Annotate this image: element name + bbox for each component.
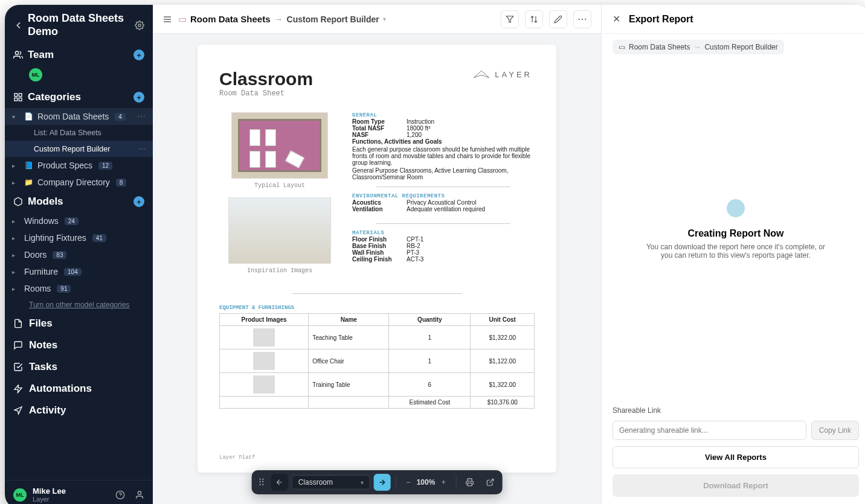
product-name: Office Chair [309,349,389,373]
product-qty: 1 [389,349,471,373]
menu-icon[interactable] [162,14,172,24]
inspiration-caption: Inspiration Images [219,267,340,274]
view-all-reports-button[interactable]: View All Reports [613,446,859,468]
add-team-button[interactable]: + [133,49,144,60]
breadcrumb-1[interactable]: Room Data Sheets [190,14,271,24]
user-avatar[interactable]: ML [13,488,27,502]
estimated-cost-row: Estimated Cost $10,376.00 [220,397,535,409]
chevron-right-icon: ▸ [12,179,21,186]
copy-link-button[interactable]: Copy Link [811,421,859,440]
svg-rect-4 [19,98,22,101]
doc-subtitle: Room Data Sheet [219,89,535,98]
status-title: Creating Report Now [687,228,783,239]
back-icon[interactable] [13,20,24,31]
layout-caption: Typical Layout [219,182,340,189]
more-icon[interactable]: ⋯ [138,144,146,153]
sidebar-item-rooms[interactable]: ▸ Rooms 91 [5,280,153,297]
avatar[interactable]: ML [29,68,42,81]
count-badge: 4 [115,113,126,121]
print-button[interactable] [461,474,478,491]
kv-key: Total NASF [352,125,407,132]
loading-spinner-icon [727,199,745,217]
section-header-materials: MATERIALS [352,230,535,236]
layout-image [231,112,328,179]
nav-tasks[interactable]: Tasks [5,356,153,378]
sidebar-item-lighting[interactable]: ▸ Lighting Fixtures 41 [5,229,153,246]
models-icon [13,197,23,206]
close-icon[interactable]: ✕ [613,13,620,25]
notes-icon [13,340,23,350]
zoom-in-button[interactable]: + [436,475,451,490]
more-icon[interactable]: ⋯ [137,112,146,121]
sidebar-item-company-directory[interactable]: ▸ 📁 Company Directory 8 [5,174,153,191]
nav-label: Automations [29,383,92,395]
zoom-out-button[interactable]: − [401,475,416,490]
document-viewport[interactable]: Classroom Room Data Sheet LAYER [153,34,601,504]
sidebar-item-doors[interactable]: ▸ Doors 83 [5,246,153,263]
chevron-down-icon[interactable]: ▾ [383,16,386,22]
kv-value: PT-3 [407,249,535,256]
more-button[interactable]: ⋯ [573,10,591,28]
shareable-link-input[interactable] [613,421,806,440]
table-row: Teaching Table 1 $1,322.00 [220,326,535,349]
nav-activity[interactable]: Activity [5,400,153,421]
product-thumbnail [253,328,275,346]
sidebar-item-label: Lighting Fixtures [24,233,86,243]
count-badge: 24 [65,217,79,225]
kv-value: ACT-3 [407,256,535,263]
sidebar-item-custom-report-builder[interactable]: Custom Report Builder ⋯ [5,141,153,157]
prev-button[interactable] [271,474,288,491]
product-name: Training Table [309,373,389,397]
nav-label: Tasks [29,361,57,373]
user-icon[interactable] [135,490,144,500]
document-icon: 📄 [24,112,34,121]
count-badge: 91 [57,285,71,293]
document-icon: ▭ [178,14,187,25]
download-report-button[interactable]: Download Report [613,474,859,497]
sidebar-item-list-all[interactable]: List: All Data Sheets [5,125,153,141]
turn-on-categories-link[interactable]: Turn on other model categories [5,297,153,313]
next-button[interactable] [374,474,391,491]
table-row: Training Table 6 $1,322.00 [220,373,535,397]
arrow-icon: → [693,43,701,51]
product-name: Teaching Table [309,326,389,349]
section-models[interactable]: Models + [5,191,153,212]
svg-rect-15 [468,483,472,486]
team-icon [13,50,23,60]
arrow-icon: → [274,14,283,24]
room-select[interactable]: Classroom ▾ [292,475,370,490]
section-team[interactable]: Team + [5,44,153,66]
book-icon: 📘 [24,161,34,170]
categories-label: Categories [28,91,81,103]
section-categories[interactable]: Categories + [5,86,153,108]
add-model-button[interactable]: + [133,196,144,207]
sidebar-item-furniture[interactable]: ▸ Furniture 104 [5,263,153,280]
nav-automations[interactable]: Automations [5,378,153,400]
nav-notes[interactable]: Notes [5,334,153,356]
nav-files[interactable]: Files [5,313,153,334]
brand-logo: LAYER [473,69,532,80]
help-icon[interactable] [115,490,125,500]
filter-button[interactable] [501,10,519,28]
sort-button[interactable] [525,10,543,28]
table-header: Product Images [220,314,309,326]
folder-icon: 📁 [24,178,34,187]
shareable-link-label: Shareable Link [613,406,859,415]
project-title: Room Data Sheets Demo [28,12,135,38]
drag-handle-icon[interactable]: ⠿ [256,477,268,488]
sidebar-item-product-specs[interactable]: ▸ 📘 Product Specs 12 [5,157,153,174]
sidebar-item-windows[interactable]: ▸ Windows 24 [5,212,153,229]
equipment-table: Product Images Name Quantity Unit Cost T… [219,313,535,409]
sidebar-item-room-data-sheets[interactable]: ▾ 📄 Room Data Sheets 4 ⋯ [5,108,153,125]
product-thumbnail [253,375,275,394]
sidebar-item-label: Company Directory [37,177,110,187]
section-header-env: ENVIRONMENTAL REQUIREMENTS [352,193,535,199]
est-value: $10,376.00 [471,397,535,409]
open-external-button[interactable] [481,474,498,491]
edit-button[interactable] [549,10,567,28]
add-category-button[interactable]: + [133,92,144,103]
count-badge: 41 [92,234,106,242]
gear-icon[interactable] [135,21,144,30]
breadcrumb-2[interactable]: Custom Report Builder [287,14,379,24]
brand-text: LAYER [495,70,532,79]
